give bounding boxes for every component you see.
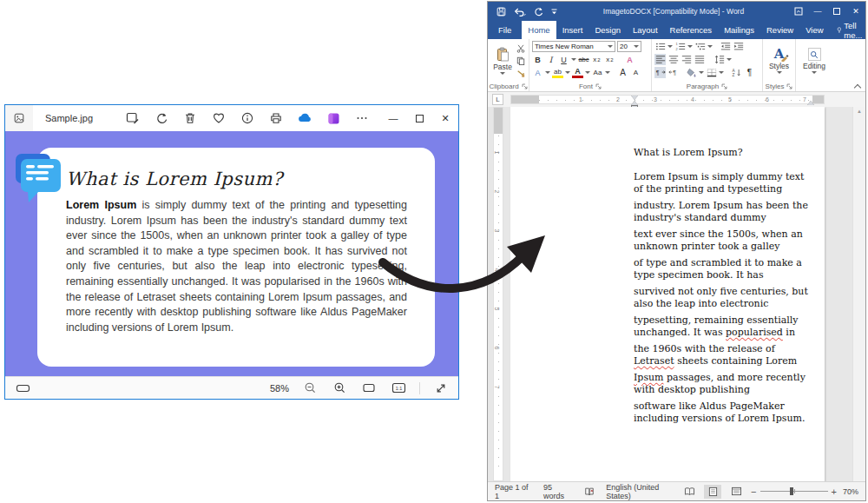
italic-button[interactable]: I bbox=[545, 54, 556, 65]
styles-dialog-launcher[interactable] bbox=[786, 83, 792, 89]
shading-button[interactable] bbox=[686, 67, 697, 78]
undo-button[interactable] bbox=[513, 7, 526, 17]
onedrive-button[interactable] bbox=[296, 109, 313, 127]
tab-insert[interactable]: Insert bbox=[556, 21, 589, 39]
rotate-button[interactable] bbox=[153, 109, 170, 127]
decrease-indent-button[interactable] bbox=[720, 41, 731, 52]
document-paragraph[interactable]: industry. Lorem Ipsum has been the indus… bbox=[634, 200, 816, 225]
multilevel-caret-icon[interactable] bbox=[707, 45, 713, 48]
ltr-direction-button[interactable]: ¶ bbox=[654, 67, 666, 78]
print-layout-button[interactable] bbox=[704, 485, 721, 499]
cut-button[interactable] bbox=[515, 43, 526, 54]
shading-caret-icon[interactable] bbox=[699, 71, 704, 74]
fullscreen-button[interactable] bbox=[432, 380, 450, 397]
edit-image-button[interactable] bbox=[124, 109, 141, 127]
maximize-button[interactable] bbox=[406, 105, 432, 131]
align-right-button[interactable] bbox=[681, 54, 692, 65]
redo-button[interactable] bbox=[533, 6, 543, 17]
tab-mailings[interactable]: Mailings bbox=[718, 21, 760, 39]
document-paragraph[interactable]: Lorem Ipsum is simply dummy text of the … bbox=[634, 171, 816, 196]
word-maximize-button[interactable] bbox=[827, 2, 846, 21]
close-button[interactable]: ✕ bbox=[432, 105, 458, 131]
borders-caret-icon[interactable] bbox=[719, 71, 724, 74]
underline-caret-icon[interactable] bbox=[571, 58, 576, 61]
highlight-caret-icon[interactable] bbox=[565, 71, 570, 74]
multilevel-list-button[interactable] bbox=[694, 41, 706, 52]
grow-font-button[interactable]: A bbox=[617, 67, 628, 78]
word-minimize-button[interactable]: — bbox=[808, 2, 827, 21]
fit-to-window-button[interactable] bbox=[360, 380, 378, 397]
document-heading[interactable]: What is Lorem Ipsum? bbox=[634, 147, 816, 160]
copy-button[interactable] bbox=[515, 56, 526, 67]
text-highlight-button[interactable]: ab bbox=[552, 67, 563, 78]
change-case-caret-icon[interactable] bbox=[605, 71, 610, 74]
show-paragraph-marks-button[interactable]: ¶ bbox=[744, 67, 755, 78]
album-button[interactable] bbox=[325, 109, 342, 127]
subscript-button[interactable]: x2 bbox=[591, 54, 602, 65]
font-color-caret-icon[interactable] bbox=[585, 71, 590, 74]
editing-button[interactable]: Editing bbox=[799, 41, 830, 81]
bullets-button[interactable] bbox=[654, 41, 666, 52]
language-status[interactable]: English (United States) bbox=[606, 483, 681, 500]
right-indent-marker[interactable] bbox=[807, 101, 814, 105]
customize-qat-button[interactable] bbox=[550, 8, 558, 16]
tell-me-box[interactable]: Tell me... bbox=[830, 21, 868, 39]
tab-design[interactable]: Design bbox=[589, 21, 627, 39]
zoom-in-button[interactable] bbox=[331, 380, 348, 397]
word-close-button[interactable]: ✕ bbox=[846, 2, 865, 21]
vertical-scrollbar[interactable]: ▲ bbox=[852, 107, 865, 481]
font-color-button[interactable]: A bbox=[572, 67, 583, 78]
font-size-combo[interactable]: 20 bbox=[617, 41, 641, 52]
zoom-out-minus[interactable]: − bbox=[751, 487, 756, 496]
filmstrip-button[interactable] bbox=[14, 380, 31, 397]
delete-button[interactable] bbox=[181, 109, 199, 127]
change-case-button[interactable]: Aa bbox=[592, 67, 603, 78]
bullets-caret-icon[interactable] bbox=[667, 45, 673, 48]
line-spacing-caret-icon[interactable] bbox=[727, 58, 732, 61]
filename-tab[interactable]: Sample.jpg bbox=[33, 105, 117, 131]
text-effects-button[interactable]: A bbox=[532, 67, 543, 78]
document-paragraph[interactable]: Ipsum passages, and more recently with d… bbox=[634, 372, 816, 397]
tab-layout[interactable]: Layout bbox=[627, 21, 664, 39]
justify-button[interactable] bbox=[694, 54, 705, 65]
see-all-photos-button[interactable] bbox=[5, 105, 33, 131]
zoom-out-button[interactable] bbox=[301, 380, 319, 397]
superscript-button[interactable]: x2 bbox=[604, 54, 615, 65]
zoom-slider[interactable]: − + bbox=[751, 487, 837, 496]
text-effects-caret-icon[interactable] bbox=[545, 71, 550, 74]
strikethrough-button[interactable]: abc bbox=[578, 54, 589, 65]
ribbon-display-options-button[interactable] bbox=[789, 2, 808, 21]
font-dialog-launcher[interactable] bbox=[595, 83, 602, 89]
tab-review[interactable]: Review bbox=[760, 21, 799, 39]
first-line-indent-marker[interactable] bbox=[631, 96, 638, 100]
read-mode-button[interactable] bbox=[681, 485, 698, 499]
paste-button[interactable]: Paste bbox=[490, 41, 515, 81]
underline-button[interactable]: U bbox=[558, 54, 569, 65]
save-button[interactable] bbox=[496, 7, 506, 17]
tab-references[interactable]: References bbox=[664, 21, 719, 39]
align-center-button[interactable] bbox=[667, 54, 679, 65]
info-button[interactable] bbox=[239, 109, 256, 127]
collapse-ribbon-button[interactable] bbox=[854, 83, 860, 89]
tab-stop-selector[interactable]: L bbox=[492, 94, 503, 105]
document-text[interactable]: What is Lorem Ipsum?Lorem Ipsum is simpl… bbox=[634, 147, 816, 429]
word-count[interactable]: 95 words bbox=[543, 483, 573, 500]
minimize-button[interactable]: — bbox=[380, 105, 406, 131]
format-painter-button[interactable] bbox=[515, 68, 526, 79]
numbering-button[interactable]: 12 bbox=[674, 41, 686, 52]
document-paragraph[interactable]: software like Aldus PageMaker including … bbox=[634, 400, 816, 426]
see-more-button[interactable] bbox=[353, 109, 371, 127]
tab-file[interactable]: File bbox=[488, 21, 522, 39]
document-paragraph[interactable]: of type and scrambled it to make a type … bbox=[634, 257, 816, 282]
zoom-slider-thumb[interactable] bbox=[790, 487, 793, 495]
document-paragraph[interactable]: typesetting, remaining essentially uncha… bbox=[634, 314, 816, 340]
proofing-status[interactable] bbox=[584, 486, 595, 497]
zoom-percent[interactable]: 70% bbox=[843, 487, 858, 496]
font-name-combo[interactable]: Times New Roman bbox=[532, 41, 615, 52]
tab-view[interactable]: View bbox=[799, 21, 829, 39]
document-paragraph[interactable]: the 1960s with the release of Letraset s… bbox=[634, 343, 816, 368]
print-button[interactable] bbox=[267, 109, 285, 127]
rtl-direction-button[interactable]: ¶ bbox=[667, 67, 679, 78]
web-layout-button[interactable] bbox=[727, 485, 745, 499]
zoom-in-plus[interactable]: + bbox=[832, 487, 837, 496]
